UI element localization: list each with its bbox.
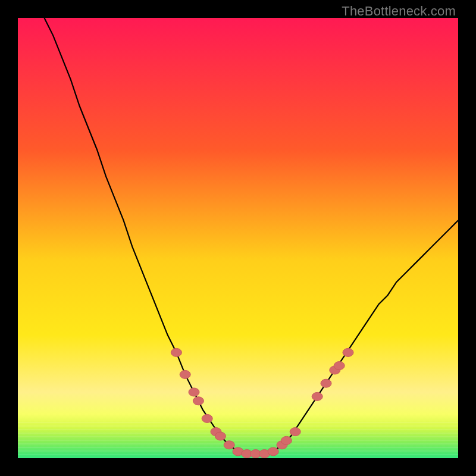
data-marker	[334, 362, 345, 370]
data-marker	[193, 397, 203, 405]
chart-frame	[18, 18, 458, 458]
data-marker	[180, 370, 190, 378]
watermark-text: TheBottleneck.com	[342, 4, 456, 19]
data-marker	[215, 432, 226, 440]
data-marker	[343, 348, 353, 356]
data-marker	[290, 428, 300, 436]
data-marker	[202, 414, 212, 422]
data-marker	[281, 436, 292, 444]
bottleneck-chart	[18, 18, 458, 458]
gradient-background	[18, 18, 458, 458]
data-marker	[189, 388, 199, 396]
data-marker	[171, 348, 181, 356]
data-marker	[268, 447, 278, 456]
data-marker	[224, 441, 234, 449]
data-marker	[321, 379, 331, 387]
data-marker	[312, 392, 322, 400]
